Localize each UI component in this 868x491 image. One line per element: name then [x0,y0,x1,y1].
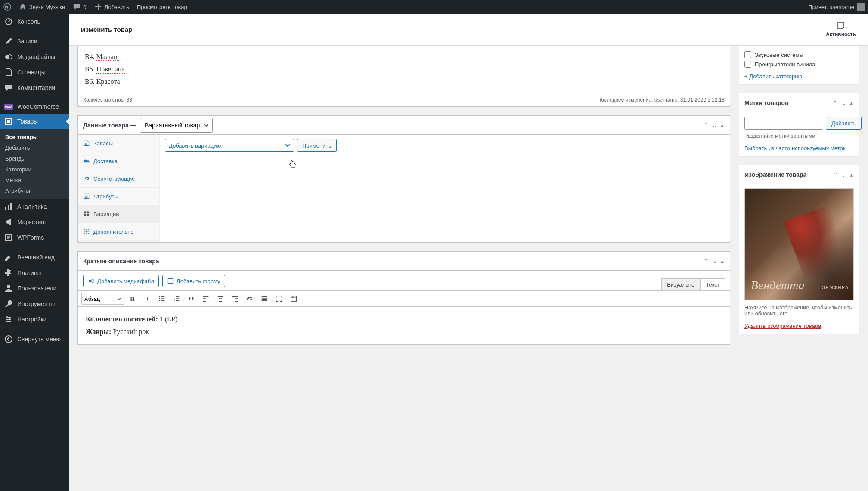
editor-tab-visual[interactable]: Визуально [661,278,700,290]
page-title: Изменить товар [81,26,132,33]
menu-analytics[interactable]: Аналитика [0,199,69,214]
tab-advanced[interactable]: Дополнительно [78,223,159,241]
tab-variations[interactable]: Вариации [78,205,159,223]
user-greeting[interactable]: Привет, username [808,3,865,11]
svg-point-14 [5,336,12,343]
album-title-text: Вендетта [751,278,805,292]
tab-inventory[interactable]: Запасы [78,135,159,152]
quote-button[interactable] [185,293,198,305]
menu-settings[interactable]: Настройки [0,312,69,327]
add-category-link[interactable]: + Добавить категорию [744,73,802,80]
svg-rect-5 [7,120,10,123]
menu-collapse[interactable]: Свернуть меню [0,331,69,347]
svg-rect-31 [262,299,267,300]
variation-action-select[interactable]: Добавить вариацию [165,139,294,152]
menu-comments[interactable]: Комментарии [0,80,69,96]
choose-popular-tags-link[interactable]: Выбрать из часто используемых меток [744,145,845,151]
menu-marketing[interactable]: Маркетинг [0,214,69,230]
svg-point-10 [7,285,10,288]
menu-users[interactable]: Пользователи [0,281,69,296]
image-hint: Нажмите на изображение, чтобы изменить и… [744,305,854,317]
submenu-attributes[interactable]: Атрибуты [0,185,69,196]
tags-heading: Метки товаров [744,99,789,106]
svg-text:3: 3 [174,300,175,302]
svg-point-25 [159,296,160,298]
move-up-icon[interactable]: ⌃ [703,257,710,266]
tab-linked[interactable]: Сопутствующие [78,170,159,188]
add-form-button[interactable]: Добавить форму [162,275,225,287]
move-up-icon[interactable]: ⌃ [703,121,710,130]
ul-button[interactable] [155,293,168,305]
submenu-products: Все товары Добавить Бренды Категории Мет… [0,129,69,199]
submenu-all-products[interactable]: Все товары [0,132,69,142]
ol-button[interactable]: 123 [170,293,183,305]
categories-box: Звуковые системы Проигрыватели винила + … [739,46,859,84]
editor-tab-text[interactable]: Текст [700,278,725,290]
avatar-icon [857,3,865,11]
product-image-thumbnail[interactable]: Вендетта ЗЕМФИРА [744,188,854,300]
menu-pages[interactable]: Страницы [0,65,69,80]
menu-plugins[interactable]: Плагины [0,265,69,281]
menu-tools[interactable]: Инструменты [0,296,69,312]
menu-wpforms[interactable]: WPForms [0,230,69,245]
svg-point-11 [6,316,8,318]
align-center-button[interactable] [214,293,227,305]
move-up-icon[interactable]: ⌃ [832,170,839,179]
move-up-icon[interactable]: ⌃ [832,99,839,107]
wordcount: Количество слов: 33 [83,97,132,103]
tags-helper: Разделяйте метки запятыми [744,133,854,139]
toggle-icon[interactable]: ▴ [720,121,725,130]
format-select[interactable]: Абзац [81,293,124,305]
svg-rect-21 [87,214,89,216]
add-new-link[interactable]: Добавить [94,3,129,11]
add-tag-button[interactable]: Добавить [826,117,862,130]
remove-image-link[interactable]: Удалить изображение товара [744,323,821,329]
move-down-icon[interactable]: ⌄ [840,99,847,107]
tag-input[interactable] [744,117,823,130]
fullscreen-button[interactable] [273,293,285,305]
tab-shipping[interactable]: Доставка [78,152,159,170]
readmore-button[interactable] [258,293,271,305]
category-vinyl-players[interactable]: Проигрыватели винила [744,59,854,69]
menu-media[interactable]: Медиафайлы [0,49,69,65]
bold-button[interactable]: B [126,293,139,305]
svg-point-12 [9,318,11,320]
toggle-icon[interactable]: ▴ [849,99,854,107]
toggle-icon[interactable]: ▴ [849,170,854,179]
view-product-link[interactable]: Просмотреть товар [137,4,187,10]
svg-rect-7 [8,205,9,210]
align-left-button[interactable] [199,293,212,305]
menu-woocommerce[interactable]: WooWooCommerce [0,100,69,114]
editor-content[interactable]: B4. Малыш B5. Повесица B6. Красота [78,46,730,93]
menu-posts[interactable]: Записи [0,34,69,49]
link-button[interactable] [243,293,256,305]
move-down-icon[interactable]: ⌄ [840,170,847,179]
apply-button[interactable]: Применить [297,139,337,152]
short-desc-content[interactable]: Количество носителей: 1 (LP) Жанры: Русс… [78,307,730,344]
submenu-tags[interactable]: Метки [0,175,69,185]
product-type-select[interactable]: Вариативный товар [140,118,213,133]
menu-console[interactable]: Консоль [0,14,69,29]
submenu-brands[interactable]: Бренды [0,153,69,164]
move-down-icon[interactable]: ⌄ [711,121,718,130]
toggle-icon[interactable]: ▴ [720,257,725,266]
product-image-heading: Изображение товара [744,171,806,178]
align-right-button[interactable] [229,293,242,305]
submenu-categories[interactable]: Категории [0,164,69,175]
svg-rect-20 [84,214,86,216]
italic-button[interactable]: I [141,293,154,305]
svg-rect-8 [10,203,12,210]
toolbar-toggle-button[interactable] [287,293,300,305]
comments-link[interactable]: 0 [73,3,86,11]
submenu-add-product[interactable]: Добавить [0,142,69,153]
menu-appearance[interactable]: Внешний вид [0,250,69,265]
product-data-heading: Данные товара — Вариативный товар | [83,118,218,133]
category-sound-systems[interactable]: Звуковые системы [744,50,854,59]
site-name-link[interactable]: Звуки Музыки [19,3,65,11]
wp-logo[interactable] [3,3,11,11]
tab-attributes[interactable]: Атрибуты [78,188,159,205]
activity-button[interactable]: Активность [826,22,856,37]
menu-products[interactable]: Товары [0,114,69,129]
add-media-button[interactable]: Добавить медиафайл [83,275,159,287]
move-down-icon[interactable]: ⌄ [711,257,718,266]
